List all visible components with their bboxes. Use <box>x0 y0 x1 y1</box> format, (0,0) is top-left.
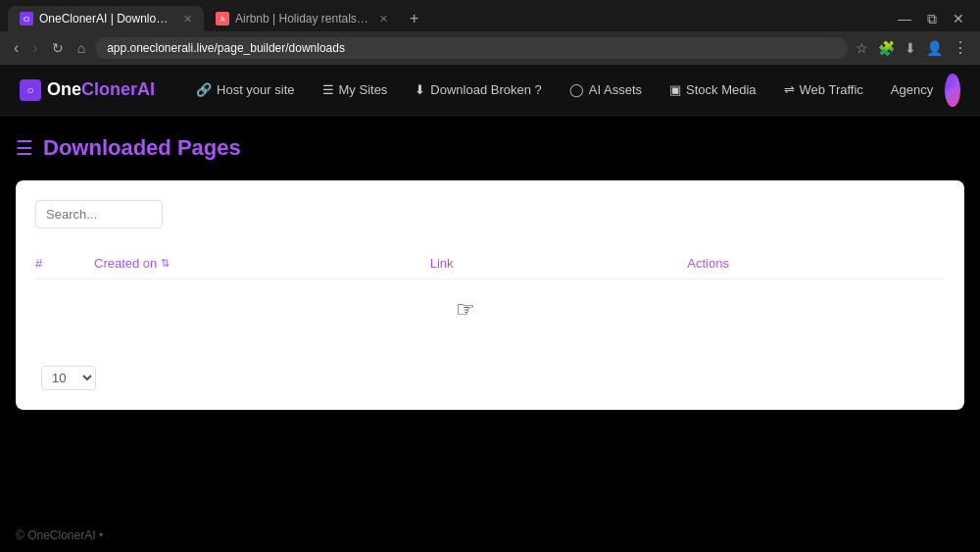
pagination-row: 10 25 50 100 <box>35 366 945 390</box>
link-icon: 🔗 <box>196 82 212 97</box>
table-card: # Created on ⇅ Link Actions 10 25 50 10 <box>16 180 964 410</box>
minimize-button[interactable]: — <box>890 9 919 28</box>
circle-icon: ◯ <box>569 82 584 97</box>
user-avatar[interactable] <box>945 74 960 107</box>
sort-icon-created-on: ⇅ <box>161 257 170 270</box>
svg-point-0 <box>945 82 960 98</box>
reload-button[interactable]: ↻ <box>48 38 68 58</box>
address-bar-input[interactable] <box>95 37 848 59</box>
download-indicator[interactable]: ⬇ <box>903 38 918 58</box>
column-link: Link <box>430 256 688 271</box>
page-title-icon: ☰ <box>16 136 33 160</box>
search-input[interactable] <box>35 200 163 228</box>
column-actions: Actions <box>687 256 945 271</box>
avatar-image <box>945 74 960 107</box>
table-body <box>35 291 945 350</box>
logo[interactable]: ○ OneClonerAI <box>20 79 155 101</box>
column-spacer <box>352 256 430 271</box>
logo-text: OneClonerAI <box>47 79 155 100</box>
download-icon: ⬇ <box>415 82 425 97</box>
nav-link-agency[interactable]: Agency <box>879 76 945 103</box>
tab-onecloner[interactable]: O OneClonerAI | Downloaded Pa... ✕ <box>8 6 204 31</box>
nav-links: 🔗 Host your site ☰ My Sites ⬇ Download B… <box>184 76 945 103</box>
page-title-section: ☰ Downloaded Pages <box>16 135 964 161</box>
nav-link-ai-assets[interactable]: ◯ AI Assets <box>558 76 654 103</box>
maximize-button[interactable]: ⧉ <box>919 9 945 29</box>
footer-text: © OneClonerAI • <box>16 528 103 542</box>
nav-link-download-broken[interactable]: ⬇ Download Broken ? <box>403 76 553 103</box>
per-page-select[interactable]: 10 25 50 100 <box>41 366 96 390</box>
home-button[interactable]: ⌂ <box>74 38 89 58</box>
profile-button[interactable]: 👤 <box>924 38 945 58</box>
tab-label-airbnb: Airbnb | Holiday rentals, cabin... <box>235 12 369 25</box>
nav-link-stock-media[interactable]: ▣ Stock Media <box>658 76 768 103</box>
page-title: Downloaded Pages <box>43 135 241 161</box>
page-content: ☰ Downloaded Pages # Created on ⇅ Link A… <box>0 116 980 429</box>
new-tab-button[interactable]: + <box>400 8 428 29</box>
nav-link-label: Download Broken ? <box>430 82 541 97</box>
logo-icon: ○ <box>20 79 41 101</box>
nav-link-label: Host your site <box>217 82 294 97</box>
back-button[interactable]: ‹ <box>10 37 23 59</box>
menu-icon: ☰ <box>322 82 334 97</box>
app-navbar: ○ OneClonerAI 🔗 Host your site ☰ My Site… <box>0 65 980 116</box>
traffic-icon: ⇌ <box>784 82 795 97</box>
tab-close-airbnb[interactable]: ✕ <box>379 13 388 25</box>
nav-link-web-traffic[interactable]: ⇌ Web Traffic <box>772 76 875 103</box>
nav-link-label: Agency <box>891 82 933 97</box>
nav-link-label: Stock Media <box>686 82 757 97</box>
menu-button[interactable]: ⋮ <box>951 36 970 59</box>
grid-icon: ▣ <box>669 82 681 97</box>
tab-close-onecloner[interactable]: ✕ <box>183 13 192 25</box>
forward-button[interactable]: › <box>28 37 41 59</box>
tab-favicon-airbnb: A <box>216 12 229 25</box>
nav-link-label: Web Traffic <box>800 82 863 97</box>
extensions-button[interactable]: 🧩 <box>876 38 897 58</box>
nav-link-host-your-site[interactable]: 🔗 Host your site <box>184 76 306 103</box>
table-header: # Created on ⇅ Link Actions <box>35 248 945 279</box>
column-created-on[interactable]: Created on ⇅ <box>94 256 352 271</box>
nav-link-label: AI Assets <box>589 82 642 97</box>
close-button[interactable]: ✕ <box>945 9 972 28</box>
nav-link-label: My Sites <box>339 82 388 97</box>
tab-label-onecloner: OneClonerAI | Downloaded Pa... <box>39 12 173 25</box>
nav-link-my-sites[interactable]: ☰ My Sites <box>311 76 400 103</box>
column-hash: # <box>35 256 94 271</box>
tab-favicon-onecloner: O <box>20 12 33 25</box>
bookmark-button[interactable]: ☆ <box>854 38 870 58</box>
page-footer: © OneClonerAI • <box>0 519 980 552</box>
tab-airbnb[interactable]: A Airbnb | Holiday rentals, cabin... ✕ <box>204 6 400 31</box>
